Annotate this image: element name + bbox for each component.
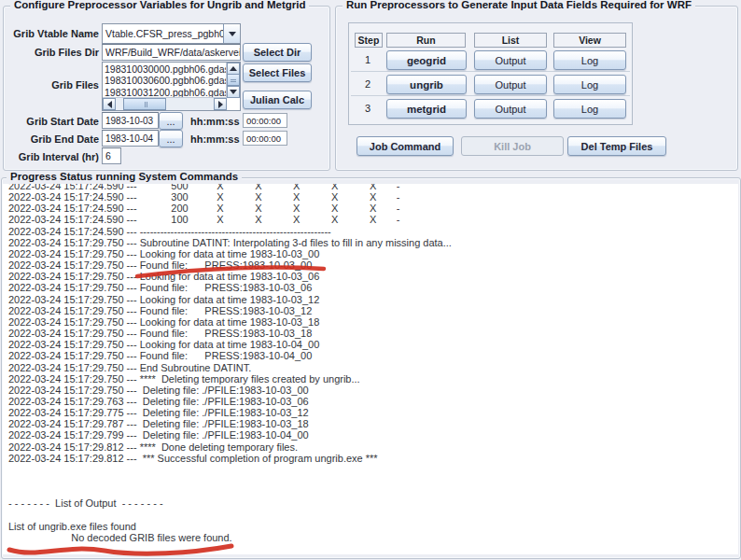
grib-files-list[interactable]: 198310030000.pgbh06.gdas. 198310030600.p…: [102, 62, 241, 111]
step-header: Step: [355, 33, 383, 48]
horizontal-scrollbar[interactable]: [103, 97, 227, 110]
metgrid-log-button[interactable]: Log: [553, 99, 626, 119]
grib-end-date-label: Grib End Date: [6, 133, 99, 145]
scroll-left-button[interactable]: [103, 98, 116, 110]
grib-files-label: Grib Files: [6, 79, 99, 91]
scroll-down-button[interactable]: [227, 86, 240, 98]
end-time-field[interactable]: 00:00:00: [243, 131, 287, 146]
grib-start-date-label: Grib Start Date: [6, 116, 99, 127]
log-output-area[interactable]: 2022-03-24 15:17:24.590 --- 500 X X X X …: [3, 184, 738, 554]
end-date-picker-button[interactable]: ...: [159, 130, 183, 147]
run-panel-title: Run Preprocessors to Generate Input Data…: [343, 0, 695, 10]
progress-panel-title: Progress Status running System Commands: [7, 171, 242, 182]
right-arrow-icon: [218, 101, 223, 108]
vertical-scroll-thumb[interactable]: [227, 74, 240, 86]
list-item[interactable]: 198310030000.pgbh06.gdas.: [105, 63, 226, 75]
grib-end-date-field[interactable]: 1983-10-04: [102, 130, 159, 147]
start-time-field[interactable]: 00:00:00: [243, 113, 287, 128]
grib-files-dir-field[interactable]: WRF/Build_WRF/data/askervein: [102, 44, 241, 61]
down-arrow-icon: [230, 90, 237, 94]
run-panel: Run Preprocessors to Generate Input Data…: [335, 6, 738, 171]
metgrid-output-button[interactable]: Output: [474, 99, 547, 119]
grib-vtable-combobox[interactable]: Vtable.CFSR_press_pgbh06: [102, 23, 241, 44]
list-item[interactable]: 198310031200.pgbh06.gdas.: [105, 87, 226, 97]
view-header: View: [553, 33, 626, 48]
step-number: 2: [355, 78, 381, 90]
scroll-right-button[interactable]: [214, 98, 227, 110]
grib-interval-label: Grib Interval (hr): [6, 151, 99, 162]
ungrib-output-button[interactable]: Output: [474, 75, 547, 94]
grib-files-dir-label: Grib Files Dir: [6, 47, 99, 58]
horizontal-scroll-thumb[interactable]: [123, 98, 166, 110]
julian-calc-button[interactable]: Julian Calc: [243, 91, 312, 109]
run-geogrid-button[interactable]: geogrid: [386, 50, 467, 70]
start-date-picker-button[interactable]: ...: [159, 112, 183, 130]
grib-files-list-items: 198310030000.pgbh06.gdas. 198310030600.p…: [105, 63, 226, 97]
run-table: Step Run List View 1 geogrid Output Log …: [348, 22, 633, 125]
run-header: Run: [386, 33, 466, 48]
select-files-button[interactable]: Select Files: [243, 63, 312, 82]
select-dir-button[interactable]: Select Dir: [243, 43, 312, 62]
row-separator: [351, 71, 630, 72]
configure-panel: Configure Preprocessor Variables for Ung…: [3, 6, 330, 171]
step-number: 3: [355, 103, 381, 114]
grib-vtable-value: Vtable.CFSR_press_pgbh06: [103, 28, 223, 39]
log-text: 2022-03-24 15:17:24.590 --- 500 X X X X …: [8, 184, 738, 543]
combo-dropdown-button[interactable]: [223, 24, 240, 43]
job-command-button[interactable]: Job Command: [357, 136, 454, 156]
left-arrow-icon: [107, 101, 112, 108]
grib-start-date-field[interactable]: 1983-10-03: [102, 112, 159, 129]
run-ungrib-button[interactable]: ungrib: [386, 75, 467, 94]
thumb-grip-icon: [145, 102, 146, 107]
ungrib-log-button[interactable]: Log: [553, 75, 626, 94]
kill-job-button[interactable]: Kill Job: [461, 136, 564, 156]
end-hhmmss-label: hh:mm:ss: [190, 133, 239, 145]
grib-vtable-label: Grib Vtable Name: [6, 28, 99, 39]
up-arrow-icon: [230, 66, 237, 71]
run-metgrid-button[interactable]: metgrid: [386, 99, 467, 119]
list-header: List: [474, 33, 547, 48]
list-item[interactable]: 198310030600.pgbh06.gdas.: [105, 75, 226, 86]
grib-interval-field[interactable]: 6: [102, 147, 121, 164]
row-separator: [351, 95, 630, 96]
wrf-preprocessor-window: Configure Preprocessor Variables for Ung…: [0, 0, 741, 560]
chevron-down-icon: [229, 32, 236, 36]
step-number: 1: [355, 54, 381, 65]
vertical-scrollbar[interactable]: [226, 63, 240, 98]
del-temp-files-button[interactable]: Del Temp Files: [567, 136, 666, 156]
start-hhmmss-label: hh:mm:ss: [190, 116, 239, 127]
thumb-grip-icon: [231, 79, 236, 80]
configure-panel-title: Configure Preprocessor Variables for Ung…: [10, 0, 309, 10]
geogrid-log-button[interactable]: Log: [553, 50, 626, 70]
geogrid-output-button[interactable]: Output: [474, 50, 547, 70]
